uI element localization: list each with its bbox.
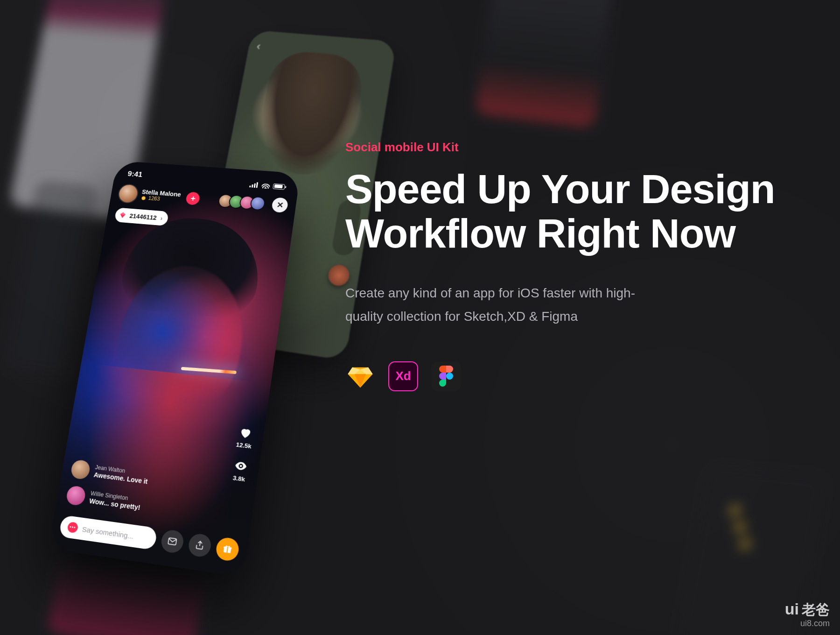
message-button[interactable]	[160, 529, 185, 554]
views-indicator: 3.8k	[232, 459, 248, 483]
envelope-icon	[166, 536, 178, 548]
stream-host[interactable]: Stella Malone 1263	[118, 184, 182, 206]
eyebrow-label: Social mobile UI Kit	[345, 140, 784, 155]
watermark: ui 老爸 ui8.com	[785, 600, 830, 628]
view-count: 3.8k	[232, 474, 245, 483]
watermark-brand: ui	[785, 600, 799, 618]
status-time: 9:41	[126, 170, 143, 183]
like-button[interactable]: 12.5k	[236, 425, 254, 450]
gem-counter[interactable]: 21446112 ›	[114, 207, 169, 226]
wifi-icon	[261, 183, 270, 189]
close-button[interactable]: ✕	[271, 197, 289, 213]
gift-button[interactable]	[215, 536, 240, 562]
host-coins: 1263	[148, 196, 161, 202]
gem-icon	[118, 211, 127, 219]
chevron-right-icon: ›	[160, 215, 163, 222]
svg-point-7	[446, 373, 453, 380]
gift-icon	[221, 543, 233, 555]
more-icon	[67, 522, 78, 533]
watermark-cn: 老爸	[802, 600, 830, 620]
avatar	[118, 184, 139, 203]
sketch-icon	[345, 361, 375, 391]
share-button[interactable]	[187, 533, 212, 558]
eye-icon	[233, 459, 249, 473]
subcopy: Create any kind of an app for iOS faster…	[345, 282, 663, 329]
bg-mockup	[474, 0, 617, 128]
battery-icon	[273, 183, 285, 190]
input-placeholder: Say something...	[82, 525, 134, 540]
svg-point-2	[239, 465, 242, 467]
avatar	[65, 485, 87, 506]
tool-badges: Xd	[345, 361, 784, 391]
like-count: 12.5k	[236, 441, 252, 450]
coin-icon	[140, 196, 147, 201]
viewer-avatars[interactable]	[221, 194, 266, 211]
share-icon	[194, 539, 206, 551]
follow-button[interactable]: +	[185, 192, 201, 205]
adobe-xd-icon: Xd	[388, 361, 418, 391]
signal-icon	[249, 182, 259, 188]
watermark-site: ui8.com	[785, 619, 830, 628]
heart-icon	[238, 426, 253, 440]
headline: Speed Up Your Design Workflow Right Now	[345, 167, 784, 255]
gem-count: 21446112	[129, 212, 157, 221]
figma-icon	[431, 361, 461, 391]
avatar	[70, 459, 91, 480]
